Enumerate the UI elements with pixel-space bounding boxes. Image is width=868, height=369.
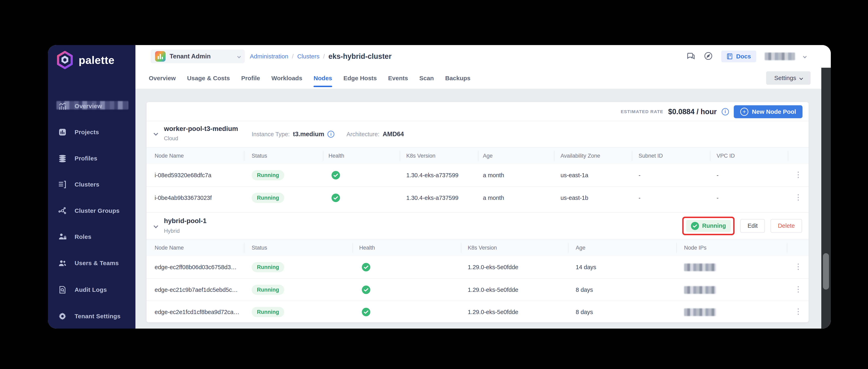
age-cell: a month [483, 187, 504, 209]
tab-usage-costs[interactable]: Usage & Costs [187, 68, 230, 89]
tab-nodes[interactable]: Nodes [313, 68, 332, 89]
status-badge: Running [252, 285, 284, 295]
instance-type-value: t3.medium [293, 130, 324, 138]
delete-pool-button[interactable]: Delete [771, 219, 802, 233]
sidebar-item-users-teams[interactable]: Users & Teams [58, 257, 132, 269]
pool-status-badge: Running [686, 220, 731, 232]
subnet-id-cell: - [639, 164, 641, 186]
docs-button[interactable]: Docs [721, 51, 756, 62]
settings-button[interactable]: Settings [766, 71, 811, 85]
vertical-scrollbar-thumb[interactable] [823, 253, 829, 289]
user-menu-chevron-icon[interactable] [803, 55, 807, 58]
breadcrumb-clusters[interactable]: Clusters [297, 53, 319, 60]
subnet-id-cell: - [639, 187, 641, 209]
tab-scan[interactable]: Scan [419, 68, 434, 89]
column-header: Subnet ID [639, 148, 663, 164]
k8s-version-cell: 1.29.0-eks-5e0fdde [468, 256, 518, 278]
sidebar-item-roles[interactable]: Roles [58, 230, 132, 243]
column-header: Status [252, 240, 267, 256]
pool-actions: Running Edit Delete [682, 213, 802, 239]
breadcrumb-administration[interactable]: Administration [250, 53, 288, 60]
settings-label: Settings [774, 74, 796, 82]
node-name-cell: edge-ec2e1fcd1cf8bea9d72ca… [155, 301, 239, 322]
tenant-scope-selector[interactable]: Tenant Admin [151, 50, 245, 63]
estimated-rate-value: $0.0884 / hour [668, 107, 717, 116]
tab-workloads[interactable]: Workloads [272, 68, 302, 89]
table-row: i-08ed59320e68dfc7a Running 1.30.4-eks-a… [147, 164, 809, 186]
availability-zone-cell: us-east-1a [561, 164, 588, 186]
sidebar-item-label: Projects [74, 129, 99, 135]
layers-icon [58, 154, 67, 163]
row-actions-menu[interactable] [797, 262, 800, 271]
tab-backups[interactable]: Backups [445, 68, 470, 89]
help-compass-icon[interactable] [704, 52, 713, 61]
status-badge: Running [252, 193, 284, 203]
audit-icon [58, 285, 67, 295]
health-ok-icon [362, 308, 370, 317]
new-node-pool-button[interactable]: + New Node Pool [734, 105, 803, 118]
health-ok-icon [332, 193, 340, 203]
column-separator [554, 151, 555, 161]
chevron-down-icon [799, 76, 803, 80]
table-row: i-0be4ab9b33673023f Running 1.30.4-eks-a… [147, 186, 809, 209]
column-separator [632, 151, 632, 161]
tab-events[interactable]: Events [388, 68, 408, 89]
sidebar-item-projects[interactable]: Projects [58, 126, 132, 139]
architecture-label: Architecture: [346, 131, 379, 137]
column-header: Availability Zone [561, 148, 600, 164]
health-ok-icon [362, 285, 370, 295]
vpc-id-cell: - [717, 187, 719, 209]
row-actions-menu[interactable] [797, 193, 800, 202]
sidebar-item-tenant-settings[interactable]: Tenant Settings [58, 310, 132, 322]
sidebar-item-audit-logs[interactable]: Audit Logs [58, 283, 132, 296]
architecture-value: AMD64 [383, 130, 404, 138]
row-actions-menu[interactable] [797, 171, 800, 179]
tenant-scope-icon [155, 51, 165, 62]
sidebar-item-clusters[interactable]: Clusters [58, 178, 132, 191]
instance-type-label: Instance Type: [252, 131, 290, 137]
age-cell: 8 days [576, 279, 593, 301]
tab-edge-hosts[interactable]: Edge Hosts [343, 68, 377, 89]
stats-icon [58, 101, 67, 111]
sidebar-item-label: Profiles [74, 155, 97, 162]
k8s-version-cell: 1.30.4-eks-a737599 [406, 164, 459, 186]
column-header: K8s Version [468, 240, 497, 256]
info-icon[interactable]: i [328, 131, 334, 137]
sidebar-item-profiles[interactable]: Profiles [58, 152, 132, 165]
pools-toolbar: ESTIMATED RATE $0.0884 / hour i + New No… [147, 102, 809, 121]
breadcrumb-separator: / [323, 53, 324, 60]
column-separator [352, 243, 353, 253]
delete-label: Delete [778, 222, 795, 229]
column-separator [244, 243, 244, 253]
edit-pool-button[interactable]: Edit [740, 219, 765, 233]
vpc-id-cell: - [717, 164, 719, 186]
app-window: palette Overview Projects Profiles Clu [48, 45, 831, 329]
collapse-pool-button[interactable] [154, 224, 157, 228]
info-icon[interactable]: i [722, 108, 729, 115]
sidebar-item-overview[interactable]: Overview [58, 100, 132, 112]
row-actions-menu[interactable] [797, 307, 800, 316]
table-row: edge-ec2ff08b06d03c6758d3… Running 1.29.… [147, 256, 809, 278]
network-icon [58, 206, 67, 216]
row-actions-menu[interactable] [797, 285, 800, 294]
docs-label: Docs [736, 53, 751, 60]
user-lock-icon [58, 232, 67, 242]
redacted-node-ips [684, 308, 716, 316]
pool-header-worker-pool: worker-pool-t3-medium Cloud Instance Typ… [147, 121, 809, 148]
redacted-node-ips [684, 286, 716, 294]
pool-name: worker-pool-t3-medium [164, 125, 238, 132]
users-icon [58, 258, 67, 268]
column-separator [478, 151, 478, 161]
status-badge: Running [252, 307, 284, 317]
vertical-scrollbar-track [821, 68, 831, 329]
sidebar-item-cluster-groups[interactable]: Cluster Groups [58, 205, 132, 217]
feedback-chat-icon[interactable] [686, 51, 695, 61]
sidebar-item-label: Users & Teams [74, 260, 119, 267]
tab-overview[interactable]: Overview [149, 68, 176, 89]
tab-profile[interactable]: Profile [241, 68, 260, 89]
sidebar: palette Overview Projects Profiles Clu [48, 45, 135, 329]
new-node-pool-label: New Node Pool [752, 108, 796, 115]
node-name-cell: edge-ec2ff08b06d03c6758d3… [155, 256, 237, 278]
column-separator [568, 243, 568, 253]
collapse-pool-button[interactable] [154, 132, 157, 136]
